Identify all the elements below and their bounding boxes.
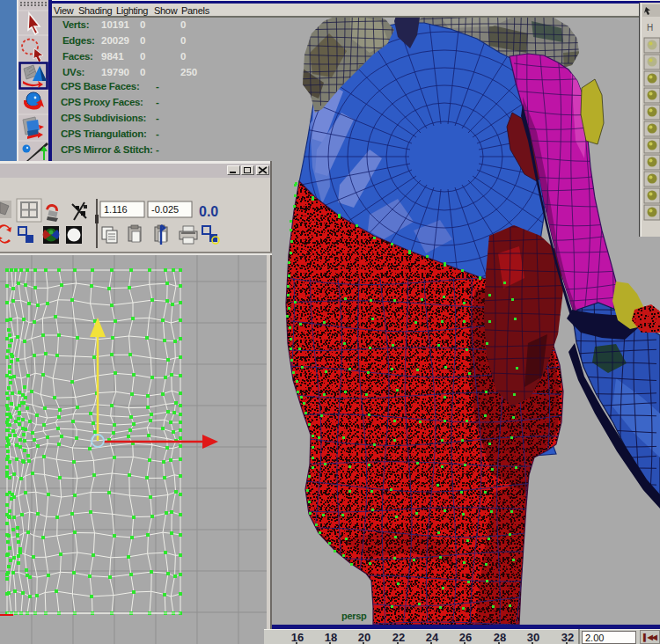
svg-text:-0.025: -0.025	[151, 204, 179, 215]
svg-text:H: H	[647, 23, 653, 33]
svg-text:0.0: 0.0	[199, 204, 218, 219]
svg-text:1.116: 1.116	[104, 204, 128, 215]
